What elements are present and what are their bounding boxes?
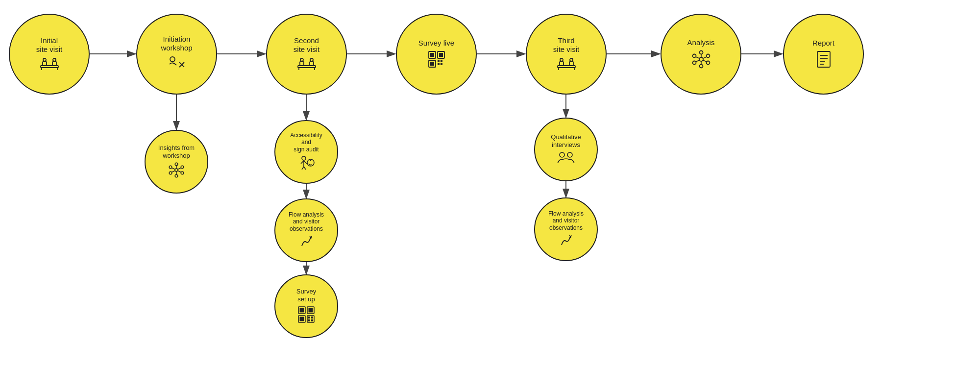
node-insights-workshop: Insights fromworkshop	[145, 130, 208, 194]
svg-point-48	[699, 50, 703, 54]
svg-rect-93	[311, 319, 313, 321]
node-third-site-visit: Thirdsite visit	[526, 14, 607, 95]
node-initiation-workshop: Initiationworkshop	[136, 14, 217, 95]
svg-rect-41	[560, 62, 564, 66]
node-label: Qualitativeinterviews	[551, 133, 581, 148]
svg-line-74	[172, 168, 175, 170]
node-icon	[691, 50, 711, 71]
node-label: Survey live	[418, 39, 454, 48]
svg-point-27	[310, 58, 313, 61]
svg-rect-15	[52, 62, 56, 66]
svg-rect-39	[441, 63, 442, 65]
svg-point-53	[706, 61, 710, 64]
svg-line-82	[311, 236, 312, 239]
node-label: Initialsite visit	[36, 36, 62, 54]
svg-rect-89	[300, 317, 304, 321]
svg-point-71	[181, 171, 184, 174]
node-icon	[428, 50, 445, 70]
svg-point-94	[560, 152, 564, 157]
svg-rect-14	[43, 62, 47, 66]
svg-point-68	[169, 166, 172, 169]
svg-rect-87	[300, 308, 304, 313]
svg-rect-92	[308, 319, 310, 321]
svg-rect-42	[569, 62, 573, 66]
node-icon	[168, 162, 185, 179]
node-label: Flow analysisand visitorobservations	[548, 210, 584, 231]
svg-point-65	[175, 169, 178, 171]
svg-rect-91	[311, 317, 313, 318]
node-analysis: Analysis	[661, 14, 741, 95]
svg-line-59	[703, 57, 707, 58]
node-second-site-visit: Secondsite visit	[266, 14, 347, 95]
svg-line-57	[703, 60, 707, 62]
node-report: Report	[783, 14, 864, 95]
node-survey-set-up: Surveyset up	[274, 274, 338, 338]
svg-rect-24	[300, 62, 304, 66]
svg-point-50	[692, 54, 696, 57]
node-label: Surveyset up	[296, 288, 316, 303]
svg-point-43	[560, 58, 563, 61]
node-icon	[297, 57, 317, 73]
svg-line-58	[696, 60, 699, 62]
svg-rect-35	[430, 62, 434, 66]
node-icon	[40, 57, 59, 73]
node-icon	[557, 151, 575, 166]
node-label: Accessibilityandsign audit	[290, 132, 322, 153]
svg-line-56	[696, 57, 699, 58]
svg-point-44	[570, 58, 573, 61]
node-label: Insights fromworkshop	[158, 144, 195, 159]
node-survey-live: Survey live	[396, 14, 477, 95]
svg-rect-36	[438, 60, 440, 62]
node-icon	[300, 235, 313, 249]
node-icon	[298, 156, 315, 172]
node-label: Thirdsite visit	[553, 36, 579, 54]
svg-point-26	[300, 58, 303, 61]
node-label: Analysis	[687, 38, 715, 47]
node-icon	[557, 57, 576, 73]
svg-point-66	[175, 163, 178, 166]
node-label: Report	[812, 39, 834, 48]
svg-point-20	[170, 57, 175, 62]
svg-rect-90	[308, 317, 310, 318]
node-icon	[560, 234, 572, 248]
node-qualitative-interviews: Qualitativeinterviews	[534, 118, 598, 181]
svg-line-77	[178, 168, 181, 170]
node-icon	[816, 50, 831, 70]
svg-rect-38	[438, 63, 440, 65]
svg-point-67	[175, 174, 178, 177]
svg-point-78	[302, 156, 306, 160]
node-initial-site-visit: Initialsite visit	[9, 14, 90, 95]
svg-point-70	[169, 171, 172, 174]
node-icon	[168, 55, 186, 74]
diagram: Initialsite visit Initiationworkshop	[0, 0, 980, 366]
node-flow-analysis-2: Flow analysisand visitorobservations	[274, 198, 338, 262]
svg-point-51	[706, 54, 710, 57]
svg-point-52	[692, 61, 696, 64]
svg-point-17	[53, 58, 56, 61]
node-label: Flow analysisand visitorobservations	[289, 211, 324, 232]
node-flow-analysis-3: Flow analysisand visitorobservations	[534, 197, 598, 261]
svg-rect-88	[309, 308, 313, 313]
node-accessibility-audit: Accessibilityandsign audit	[274, 120, 338, 184]
svg-point-69	[181, 166, 184, 169]
svg-rect-60	[817, 51, 830, 67]
svg-line-80	[310, 160, 312, 161]
svg-point-95	[567, 152, 572, 157]
svg-point-16	[43, 58, 46, 61]
svg-rect-33	[430, 53, 434, 57]
svg-point-47	[699, 57, 703, 61]
svg-line-75	[178, 171, 181, 172]
node-label: Initiationworkshop	[161, 35, 192, 52]
svg-point-49	[699, 64, 703, 68]
node-label: Secondsite visit	[294, 36, 319, 54]
svg-line-76	[172, 171, 175, 172]
svg-rect-34	[439, 53, 443, 57]
svg-rect-37	[441, 60, 442, 62]
svg-line-97	[570, 235, 571, 238]
node-icon	[297, 306, 315, 325]
svg-rect-25	[310, 62, 314, 66]
